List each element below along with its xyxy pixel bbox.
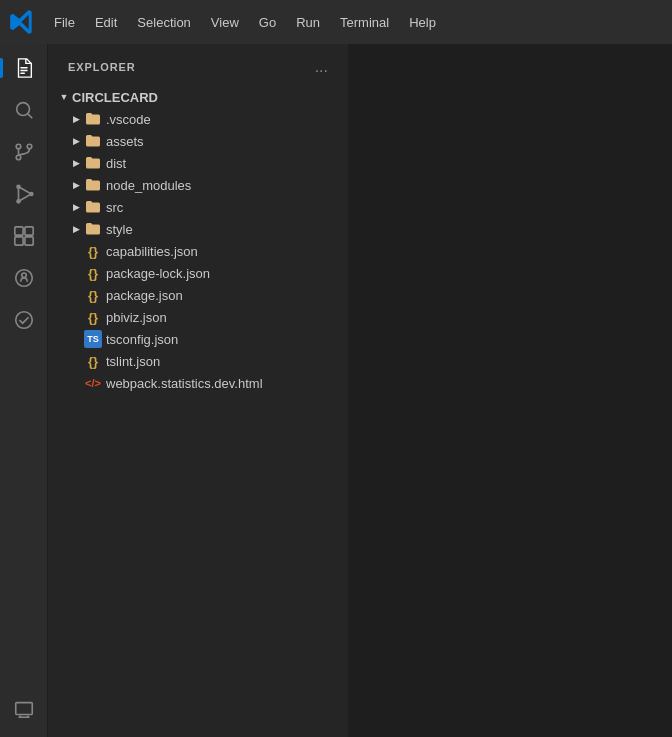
no-chevron: [68, 353, 84, 369]
folder-chevron-icon: [68, 111, 84, 127]
svg-point-10: [16, 199, 21, 204]
list-item[interactable]: style: [48, 218, 348, 240]
folder-icon: [84, 132, 102, 150]
sidebar: EXPLORER ... CIRCLECARD .vscode: [48, 44, 348, 737]
folder-icon: [84, 176, 102, 194]
github-activity-icon[interactable]: [4, 258, 44, 298]
explorer-more-button[interactable]: ...: [311, 56, 332, 78]
menu-bar: File Edit Selection View Go Run Terminal…: [0, 0, 672, 44]
tree-item-label: assets: [106, 134, 144, 149]
no-chevron: [68, 375, 84, 391]
editor-area: [348, 44, 672, 737]
svg-point-18: [21, 273, 26, 278]
svg-point-5: [16, 144, 21, 149]
html-file-icon: </>: [84, 374, 102, 392]
tree-item-label: webpack.statistics.dev.html: [106, 376, 263, 391]
tree-item-label: node_modules: [106, 178, 191, 193]
tree-item-label: package.json: [106, 288, 183, 303]
folder-chevron-icon: [68, 199, 84, 215]
json-file-icon: {}: [84, 352, 102, 370]
tree-item-label: tslint.json: [106, 354, 160, 369]
menu-selection[interactable]: Selection: [129, 11, 198, 34]
menu-view[interactable]: View: [203, 11, 247, 34]
list-item[interactable]: .vscode: [48, 108, 348, 130]
no-chevron: [68, 265, 84, 281]
folder-icon: [84, 154, 102, 172]
list-item[interactable]: dist: [48, 152, 348, 174]
tree-item-label: tsconfig.json: [106, 332, 178, 347]
menu-edit[interactable]: Edit: [87, 11, 125, 34]
tree-item-label: style: [106, 222, 133, 237]
svg-rect-2: [20, 73, 25, 74]
svg-point-6: [27, 144, 32, 149]
svg-point-3: [16, 103, 29, 116]
tree-item-label: package-lock.json: [106, 266, 210, 281]
svg-point-7: [16, 155, 21, 160]
extensions-activity-icon[interactable]: [4, 216, 44, 256]
tree-item-label: .vscode: [106, 112, 151, 127]
svg-rect-15: [14, 237, 22, 245]
remote-explorer-activity-icon[interactable]: [4, 689, 44, 729]
root-chevron-icon: [56, 89, 72, 105]
folder-chevron-icon: [68, 221, 84, 237]
menu-run[interactable]: Run: [288, 11, 328, 34]
explorer-title: EXPLORER: [68, 61, 136, 73]
source-control-activity-icon[interactable]: [4, 132, 44, 172]
list-item[interactable]: {} package.json: [48, 284, 348, 306]
list-item[interactable]: {} tslint.json: [48, 350, 348, 372]
menu-terminal[interactable]: Terminal: [332, 11, 397, 34]
list-item[interactable]: TS tsconfig.json: [48, 328, 348, 350]
activity-bar: [0, 44, 48, 737]
tree-item-label: src: [106, 200, 123, 215]
search-activity-icon[interactable]: [4, 90, 44, 130]
menu-go[interactable]: Go: [251, 11, 284, 34]
no-chevron: [68, 309, 84, 325]
svg-rect-13: [14, 227, 22, 235]
run-debug-activity-icon[interactable]: [4, 174, 44, 214]
json-file-icon: {}: [84, 242, 102, 260]
root-folder-label: CIRCLECARD: [72, 90, 158, 105]
list-item[interactable]: src: [48, 196, 348, 218]
explorer-activity-icon[interactable]: [4, 48, 44, 88]
no-chevron: [68, 287, 84, 303]
list-item[interactable]: {} package-lock.json: [48, 262, 348, 284]
svg-point-12: [29, 192, 34, 197]
list-item[interactable]: {} capabilities.json: [48, 240, 348, 262]
file-tree: CIRCLECARD .vscode assets: [48, 86, 348, 737]
json-file-icon: {}: [84, 264, 102, 282]
tree-item-label: dist: [106, 156, 126, 171]
list-item[interactable]: {} pbiviz.json: [48, 306, 348, 328]
folder-chevron-icon: [68, 133, 84, 149]
svg-point-11: [16, 184, 21, 189]
tree-item-label: capabilities.json: [106, 244, 198, 259]
json-file-icon: {}: [84, 286, 102, 304]
folder-chevron-icon: [68, 155, 84, 171]
ts-file-icon: TS: [84, 330, 102, 348]
svg-rect-14: [24, 227, 32, 235]
list-item[interactable]: </> webpack.statistics.dev.html: [48, 372, 348, 394]
folder-icon: [84, 220, 102, 238]
root-folder-item[interactable]: CIRCLECARD: [48, 86, 348, 108]
main-area: EXPLORER ... CIRCLECARD .vscode: [0, 44, 672, 737]
todo-activity-icon[interactable]: [4, 300, 44, 340]
vscode-logo-icon: [8, 8, 36, 36]
json-file-icon: {}: [84, 308, 102, 326]
folder-icon: [84, 110, 102, 128]
no-chevron: [68, 331, 84, 347]
sidebar-header: EXPLORER ...: [48, 44, 348, 86]
list-item[interactable]: node_modules: [48, 174, 348, 196]
svg-line-4: [28, 114, 32, 118]
svg-rect-0: [20, 67, 27, 68]
menu-file[interactable]: File: [46, 11, 83, 34]
svg-rect-1: [20, 70, 27, 71]
svg-rect-16: [24, 237, 32, 245]
tree-item-label: pbiviz.json: [106, 310, 167, 325]
list-item[interactable]: assets: [48, 130, 348, 152]
folder-chevron-icon: [68, 177, 84, 193]
menu-help[interactable]: Help: [401, 11, 444, 34]
folder-icon: [84, 198, 102, 216]
svg-rect-20: [15, 703, 32, 715]
no-chevron: [68, 243, 84, 259]
svg-point-19: [15, 312, 32, 329]
